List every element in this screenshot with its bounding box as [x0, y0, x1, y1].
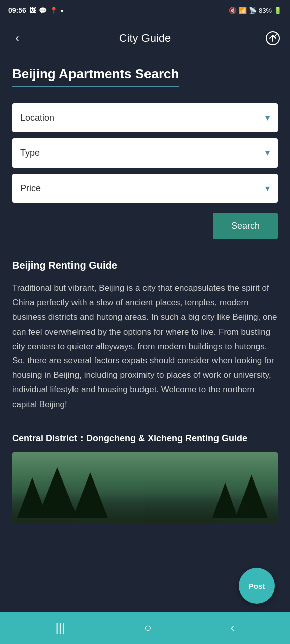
bottom-nav-back-button[interactable]: ‹ [223, 617, 243, 639]
nav-back-icon: ‹ [231, 621, 235, 635]
search-form: Location ▾ Type ▾ Price ▾ Search [12, 103, 278, 239]
tree-decoration-5 [235, 475, 268, 518]
search-btn-row: Search [12, 213, 278, 239]
signal-icon: 📡 [249, 7, 257, 14]
type-chevron-icon: ▾ [265, 147, 270, 158]
district-title: Central District：Dongcheng & Xicheng Ren… [12, 432, 278, 444]
apartments-search-title: Beijing Apartments Search [12, 66, 179, 87]
post-fab-label: Post [249, 582, 265, 590]
guide-title: Beijing Renting Guide [12, 260, 278, 271]
price-label: Price [20, 183, 41, 194]
time-display: 09:56 [8, 6, 26, 14]
gallery-icon: 🖼 [29, 7, 36, 14]
district-image [12, 452, 278, 523]
page-title: City Guide [26, 32, 264, 45]
guide-body-text: Traditional but vibrant, Beijing is a ci… [12, 281, 278, 412]
guide-section: Beijing Renting Guide Traditional but vi… [12, 260, 278, 412]
back-button[interactable]: ‹ [8, 29, 26, 47]
menu-icon: ||| [55, 621, 65, 635]
home-icon: ○ [144, 621, 152, 635]
location-chevron-icon: ▾ [265, 112, 270, 123]
location-icon: 📍 [50, 7, 58, 14]
nav-bar: ‹ City Guide [0, 20, 290, 56]
district-section: Central District：Dongcheng & Xicheng Ren… [12, 432, 278, 523]
battery-display: 83% [259, 7, 272, 14]
bottom-nav-menu-button[interactable]: ||| [47, 617, 73, 639]
location-dropdown[interactable]: Location ▾ [12, 103, 278, 132]
price-dropdown[interactable]: Price ▾ [12, 174, 278, 203]
status-indicators: 🔇 📶 📡 83% 🔋 [229, 7, 282, 14]
wifi-icon: 📶 [239, 7, 247, 14]
location-label: Location [20, 113, 54, 123]
back-icon: ‹ [15, 32, 19, 45]
dot-icon: ● [61, 8, 64, 13]
status-time: 09:56 🖼 💬 📍 ● [8, 6, 64, 14]
share-icon [266, 31, 280, 45]
price-chevron-icon: ▾ [265, 183, 270, 194]
post-fab-button[interactable]: Post [239, 568, 275, 604]
search-button[interactable]: Search [213, 213, 278, 239]
tree-decoration-2 [37, 467, 78, 518]
bottom-nav-home-button[interactable]: ○ [136, 617, 160, 639]
battery-icon: 🔋 [274, 7, 282, 14]
message-icon: 💬 [39, 7, 47, 14]
status-bar: 09:56 🖼 💬 📍 ● 🔇 📶 📡 83% 🔋 [0, 0, 290, 20]
type-label: Type [20, 148, 40, 158]
tree-decoration-4 [212, 482, 238, 518]
bottom-nav-bar: ||| ○ ‹ [0, 612, 290, 644]
share-button[interactable] [264, 29, 282, 47]
mute-icon: 🔇 [229, 7, 237, 14]
tree-decoration-3 [72, 472, 108, 518]
main-content: Beijing Apartments Search Location ▾ Typ… [0, 56, 290, 612]
type-dropdown[interactable]: Type ▾ [12, 138, 278, 168]
